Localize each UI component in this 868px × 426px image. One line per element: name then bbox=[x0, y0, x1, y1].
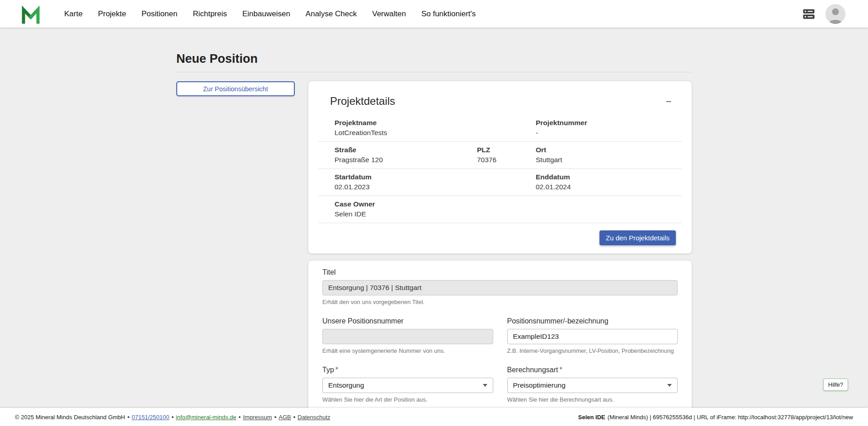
footer-separator: • bbox=[239, 414, 241, 421]
positionsnummer-input[interactable] bbox=[507, 329, 678, 344]
positionsnummer-helper: Z.B. Interne-Vorgangsnummer, LV-Position… bbox=[507, 347, 678, 354]
unsere-positionsnummer-label: Unsere Positionsnummer bbox=[322, 317, 493, 325]
positionsnummer-field: Positionsnummer/-bezeichnung Z.B. Intern… bbox=[507, 317, 678, 354]
table-row: Startdatum 02.01.2023 Enddatum 02.01.202… bbox=[318, 169, 682, 196]
impressum-link[interactable]: Impressum bbox=[243, 414, 272, 421]
main-navigation: Karte Projekte Positionen Richtpreis Ein… bbox=[63, 7, 476, 21]
berechnungsart-field: Berechnungsart* Preisoptimierung Wählen … bbox=[507, 366, 678, 403]
to-project-details-button[interactable]: Zu den Projektdetails bbox=[599, 230, 676, 245]
unsere-positionsnummer-input bbox=[322, 329, 493, 344]
phone-link[interactable]: 07151/250100 bbox=[132, 414, 169, 421]
nav-item-verwalten[interactable]: Verwalten bbox=[371, 7, 407, 21]
nav-item-analyse-check[interactable]: Analyse Check bbox=[305, 7, 358, 21]
titel-helper: Erhält den von uns vorgegebenen Titel. bbox=[322, 299, 678, 305]
case-owner-value: Selen IDE bbox=[335, 210, 682, 218]
strasse-value: Pragstraße 120 bbox=[335, 156, 477, 164]
title-divider bbox=[176, 72, 692, 72]
projektnummer-label: Projektnummer bbox=[536, 119, 682, 127]
typ-label: Typ* bbox=[322, 366, 493, 374]
collapse-card-button[interactable]: − bbox=[661, 95, 676, 108]
chevron-down-icon bbox=[667, 384, 672, 387]
unsere-positionsnummer-field: Unsere Positionsnummer Erhält eine syste… bbox=[322, 317, 493, 354]
nav-item-so-funktionierts[interactable]: So funktioniert's bbox=[420, 7, 476, 21]
nav-item-karte[interactable]: Karte bbox=[63, 7, 84, 21]
nav-right-controls bbox=[802, 4, 845, 24]
app-footer: © 2025 Mineral Minds Deutschland GmbH • … bbox=[0, 408, 868, 426]
unsere-positionsnummer-helper: Erhält eine systemgenerierte Nummer von … bbox=[322, 347, 493, 354]
footer-separator: • bbox=[171, 414, 174, 421]
back-to-positions-button[interactable]: Zur Positionsübersicht bbox=[176, 81, 295, 96]
page-title: Neue Position bbox=[176, 52, 692, 66]
footer-separator: • bbox=[274, 414, 277, 421]
footer-username: Selen IDE bbox=[578, 414, 605, 421]
person-icon bbox=[826, 4, 845, 24]
required-asterisk: * bbox=[335, 366, 338, 374]
titel-field: Titel Erhält den von uns vorgegebenen Ti… bbox=[322, 268, 678, 305]
enddatum-label: Enddatum bbox=[536, 173, 682, 181]
titel-input bbox=[322, 280, 678, 295]
nav-item-projekte[interactable]: Projekte bbox=[97, 7, 127, 21]
required-asterisk: * bbox=[559, 366, 562, 374]
enddatum-value: 02.01.2024 bbox=[536, 183, 682, 191]
nav-item-einbauweisen[interactable]: Einbauweisen bbox=[241, 7, 291, 21]
projektname-value: LotCreationTests bbox=[335, 129, 536, 137]
mineral-minds-logo[interactable] bbox=[21, 4, 41, 24]
email-link[interactable]: info@mineral-minds.de bbox=[176, 414, 236, 421]
berechnungsart-helper: Wählen Sie hier die Berechnungsart aus. bbox=[507, 396, 678, 403]
server-icon[interactable] bbox=[802, 7, 816, 21]
logo-m-icon bbox=[21, 4, 41, 24]
berechnungsart-select[interactable]: Preisoptimierung bbox=[507, 378, 678, 393]
table-row: Case Owner Selen IDE bbox=[318, 196, 682, 223]
positionsnummer-label: Positionsnummer/-bezeichnung bbox=[507, 317, 678, 325]
ort-value: Stuttgart bbox=[536, 156, 682, 164]
strasse-label: Straße bbox=[335, 146, 477, 154]
help-button[interactable]: Hilfe? bbox=[823, 379, 848, 391]
copyright-text: © 2025 Mineral Minds Deutschland GmbH bbox=[15, 414, 125, 421]
footer-session-info: (Mineral Minds) | 69576255536d | URL of … bbox=[608, 414, 853, 421]
typ-helper: Wählen Sie hier die Art der Position aus… bbox=[322, 396, 493, 403]
chevron-down-icon bbox=[483, 384, 487, 387]
user-avatar[interactable] bbox=[826, 4, 845, 24]
startdatum-label: Startdatum bbox=[335, 173, 536, 181]
ort-label: Ort bbox=[536, 146, 682, 154]
project-details-card: Projektdetails − Projektname LotCreation… bbox=[308, 81, 692, 253]
typ-select-value: Entsorgung bbox=[328, 381, 364, 389]
case-owner-label: Case Owner bbox=[335, 200, 682, 208]
plz-value: 70376 bbox=[477, 156, 536, 164]
projektname-label: Projektname bbox=[335, 119, 536, 127]
nav-item-richtpreis[interactable]: Richtpreis bbox=[192, 7, 228, 21]
agb-link[interactable]: AGB bbox=[278, 414, 291, 421]
datenschutz-link[interactable]: Datenschutz bbox=[297, 414, 330, 421]
project-details-rows: Projektname LotCreationTests Projektnumm… bbox=[318, 115, 682, 223]
position-form-card: Titel Erhält den von uns vorgegebenen Ti… bbox=[308, 261, 692, 426]
nav-item-positionen[interactable]: Positionen bbox=[141, 7, 178, 21]
projektnummer-value: - bbox=[536, 129, 682, 137]
berechnungsart-select-value: Preisoptimierung bbox=[513, 381, 566, 389]
footer-separator: • bbox=[127, 414, 130, 421]
titel-label: Titel bbox=[322, 268, 678, 276]
plz-label: PLZ bbox=[477, 146, 536, 154]
typ-field: Typ* Entsorgung Wählen Sie hier die Art … bbox=[322, 366, 493, 403]
berechnungsart-label: Berechnungsart* bbox=[507, 366, 678, 374]
startdatum-value: 02.01.2023 bbox=[335, 183, 536, 191]
table-row: Straße Pragstraße 120 PLZ 70376 Ort Stut… bbox=[318, 142, 682, 169]
table-row: Projektname LotCreationTests Projektnumm… bbox=[318, 115, 682, 142]
project-details-title: Projektdetails bbox=[330, 95, 395, 108]
main-content: Neue Position Zur Positionsübersicht Pro… bbox=[176, 28, 692, 426]
top-nav: Karte Projekte Positionen Richtpreis Ein… bbox=[0, 0, 868, 28]
footer-separator: • bbox=[293, 414, 296, 421]
typ-select[interactable]: Entsorgung bbox=[322, 378, 493, 393]
